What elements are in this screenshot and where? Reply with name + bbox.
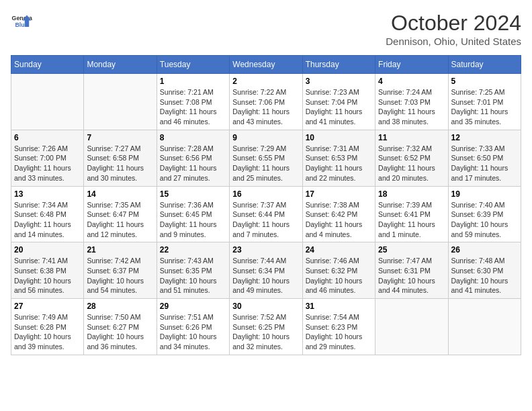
cell-info: Sunrise: 7:24 AMSunset: 7:03 PMDaylight:… (378, 87, 445, 127)
sunset-text: Sunset: 6:38 PM (14, 267, 66, 275)
calendar-cell: 1Sunrise: 7:21 AMSunset: 7:08 PMDaylight… (157, 74, 229, 130)
cell-info: Sunrise: 7:27 AMSunset: 6:58 PMDaylight:… (87, 144, 153, 183)
cell-day-number: 2 (232, 77, 299, 86)
daylight-text: Daylight: 10 hours and 44 minutes. (378, 277, 435, 295)
sunset-text: Sunset: 6:31 PM (378, 267, 431, 275)
cell-info: Sunrise: 7:34 AMSunset: 6:48 PMDaylight:… (14, 200, 81, 240)
cell-day-number: 10 (306, 133, 372, 142)
calendar-cell: 4Sunrise: 7:24 AMSunset: 7:03 PMDaylight… (375, 74, 448, 130)
daylight-text: Daylight: 11 hours and 22 minutes. (306, 164, 363, 182)
sunrise-text: Sunrise: 7:42 AM (87, 257, 140, 265)
sunset-text: Sunset: 6:34 PM (232, 267, 285, 275)
calendar-week-row: 27Sunrise: 7:49 AMSunset: 6:28 PMDayligh… (11, 299, 521, 355)
sunset-text: Sunset: 6:48 PM (14, 210, 66, 218)
daylight-text: Daylight: 10 hours and 41 minutes. (451, 277, 508, 295)
calendar-cell: 12Sunrise: 7:33 AMSunset: 6:50 PMDayligh… (448, 130, 521, 186)
daylight-text: Daylight: 11 hours and 33 minutes. (14, 164, 71, 182)
calendar-cell: 30Sunrise: 7:52 AMSunset: 6:25 PMDayligh… (230, 299, 302, 355)
calendar-cell: 19Sunrise: 7:40 AMSunset: 6:39 PMDayligh… (448, 186, 521, 242)
daylight-text: Daylight: 10 hours and 36 minutes. (87, 332, 144, 351)
cell-day-number: 6 (14, 133, 81, 142)
calendar-cell (11, 74, 84, 130)
col-header-monday: Monday (84, 56, 157, 74)
cell-day-number: 8 (160, 133, 226, 142)
sunrise-text: Sunrise: 7:21 AM (160, 88, 214, 96)
daylight-text: Daylight: 11 hours and 43 minutes. (232, 107, 290, 126)
cell-info: Sunrise: 7:46 AMSunset: 6:32 PMDaylight:… (306, 256, 372, 295)
col-header-tuesday: Tuesday (157, 56, 229, 74)
daylight-text: Daylight: 11 hours and 27 minutes. (160, 164, 217, 182)
cell-day-number: 4 (378, 77, 445, 86)
title-area: October 2024 Dennison, Ohio, United Stat… (386, 11, 521, 47)
calendar-week-row: 1Sunrise: 7:21 AMSunset: 7:08 PMDaylight… (11, 74, 521, 130)
cell-day-number: 28 (87, 302, 153, 311)
sunrise-text: Sunrise: 7:40 AM (451, 201, 505, 209)
sunrise-text: Sunrise: 7:48 AM (451, 257, 505, 265)
calendar-cell (448, 299, 521, 355)
sunset-text: Sunset: 7:06 PM (232, 98, 285, 106)
daylight-text: Daylight: 11 hours and 4 minutes. (306, 220, 363, 238)
sunrise-text: Sunrise: 7:41 AM (14, 257, 68, 265)
sunset-text: Sunset: 6:58 PM (87, 154, 139, 162)
calendar-cell: 29Sunrise: 7:51 AMSunset: 6:26 PMDayligh… (157, 299, 229, 355)
cell-day-number: 11 (378, 133, 445, 142)
sunrise-text: Sunrise: 7:23 AM (306, 88, 359, 96)
calendar-cell: 24Sunrise: 7:46 AMSunset: 6:32 PMDayligh… (302, 242, 375, 299)
cell-day-number: 23 (232, 245, 299, 255)
calendar-cell: 21Sunrise: 7:42 AMSunset: 6:37 PMDayligh… (84, 242, 157, 299)
sunrise-text: Sunrise: 7:50 AM (87, 313, 140, 321)
sunset-text: Sunset: 6:28 PM (14, 323, 66, 331)
cell-info: Sunrise: 7:52 AMSunset: 6:25 PMDaylight:… (232, 312, 299, 352)
page-subtitle: Dennison, Ohio, United States (386, 36, 521, 47)
cell-day-number: 15 (160, 189, 226, 199)
sunrise-text: Sunrise: 7:26 AM (14, 144, 68, 152)
cell-day-number: 12 (451, 133, 518, 142)
sunrise-text: Sunrise: 7:25 AM (451, 88, 505, 96)
sunrise-text: Sunrise: 7:36 AM (160, 201, 214, 209)
sunrise-text: Sunrise: 7:46 AM (306, 257, 359, 265)
daylight-text: Daylight: 11 hours and 38 minutes. (378, 107, 435, 126)
cell-day-number: 3 (306, 77, 372, 86)
daylight-text: Daylight: 10 hours and 29 minutes. (306, 332, 363, 351)
sunset-text: Sunset: 6:25 PM (232, 323, 285, 331)
sunset-text: Sunset: 6:35 PM (160, 267, 212, 275)
daylight-text: Daylight: 10 hours and 32 minutes. (232, 332, 290, 351)
header: General Blue October 2024 Dennison, Ohio… (11, 11, 521, 47)
cell-day-number: 14 (87, 189, 153, 199)
daylight-text: Daylight: 10 hours and 46 minutes. (306, 277, 363, 295)
sunset-text: Sunset: 6:32 PM (306, 267, 358, 275)
sunrise-text: Sunrise: 7:49 AM (14, 313, 68, 321)
cell-day-number: 16 (232, 189, 299, 199)
calendar-cell: 26Sunrise: 7:48 AMSunset: 6:30 PMDayligh… (448, 242, 521, 299)
calendar-week-row: 6Sunrise: 7:26 AMSunset: 7:00 PMDaylight… (11, 130, 521, 186)
cell-day-number: 17 (306, 189, 372, 199)
calendar-cell: 15Sunrise: 7:36 AMSunset: 6:45 PMDayligh… (157, 186, 229, 242)
sunset-text: Sunset: 6:30 PM (451, 267, 504, 275)
cell-day-number: 31 (306, 302, 372, 311)
sunset-text: Sunset: 6:52 PM (378, 154, 431, 162)
cell-day-number: 21 (87, 245, 153, 255)
col-header-wednesday: Wednesday (230, 56, 302, 74)
sunrise-text: Sunrise: 7:44 AM (232, 257, 286, 265)
cell-info: Sunrise: 7:26 AMSunset: 7:00 PMDaylight:… (14, 144, 81, 183)
sunrise-text: Sunrise: 7:39 AM (378, 201, 432, 209)
daylight-text: Daylight: 11 hours and 25 minutes. (232, 164, 290, 182)
col-header-thursday: Thursday (302, 56, 375, 74)
calendar-cell: 3Sunrise: 7:23 AMSunset: 7:04 PMDaylight… (302, 74, 375, 130)
cell-info: Sunrise: 7:38 AMSunset: 6:42 PMDaylight:… (306, 200, 372, 240)
cell-info: Sunrise: 7:21 AMSunset: 7:08 PMDaylight:… (160, 87, 226, 127)
calendar-cell: 22Sunrise: 7:43 AMSunset: 6:35 PMDayligh… (157, 242, 229, 299)
cell-info: Sunrise: 7:48 AMSunset: 6:30 PMDaylight:… (451, 256, 518, 295)
col-header-sunday: Sunday (11, 56, 84, 74)
calendar-cell: 10Sunrise: 7:31 AMSunset: 6:53 PMDayligh… (302, 130, 375, 186)
daylight-text: Daylight: 10 hours and 39 minutes. (14, 332, 71, 351)
sunset-text: Sunset: 6:47 PM (87, 210, 139, 218)
sunrise-text: Sunrise: 7:31 AM (306, 144, 359, 152)
cell-info: Sunrise: 7:40 AMSunset: 6:39 PMDaylight:… (451, 200, 518, 240)
sunrise-text: Sunrise: 7:37 AM (232, 201, 286, 209)
calendar-cell: 17Sunrise: 7:38 AMSunset: 6:42 PMDayligh… (302, 186, 375, 242)
sunset-text: Sunset: 6:37 PM (87, 267, 139, 275)
calendar-cell: 6Sunrise: 7:26 AMSunset: 7:00 PMDaylight… (11, 130, 84, 186)
cell-info: Sunrise: 7:36 AMSunset: 6:45 PMDaylight:… (160, 200, 226, 240)
sunset-text: Sunset: 7:04 PM (306, 98, 358, 106)
